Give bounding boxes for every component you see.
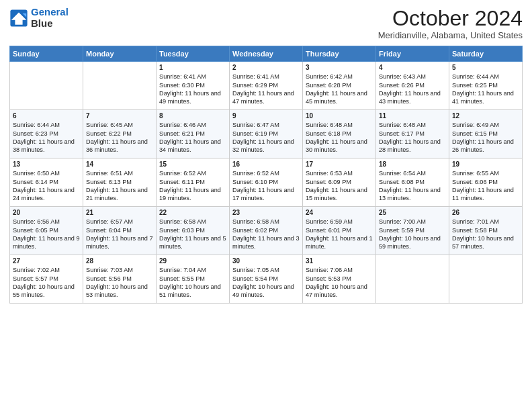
day-content: Sunrise: 6:48 AM Sunset: 6:18 PM Dayligh… bbox=[306, 121, 373, 154]
day-content: Sunrise: 6:56 AM Sunset: 6:05 PM Dayligh… bbox=[13, 218, 80, 251]
day-content: Sunrise: 6:45 AM Sunset: 6:22 PM Dayligh… bbox=[86, 121, 153, 154]
calendar-table: SundayMondayTuesdayWednesdayThursdayFrid… bbox=[9, 46, 523, 304]
calendar-cell: 15Sunrise: 6:52 AM Sunset: 6:11 PM Dayli… bbox=[157, 158, 230, 207]
header-day-tuesday: Tuesday bbox=[157, 46, 230, 62]
day-content: Sunrise: 7:02 AM Sunset: 5:57 PM Dayligh… bbox=[13, 266, 80, 300]
day-content: Sunrise: 7:06 AM Sunset: 5:53 PM Dayligh… bbox=[306, 266, 373, 300]
day-number: 2 bbox=[232, 64, 300, 71]
day-number: 10 bbox=[306, 112, 373, 120]
day-number: 8 bbox=[159, 112, 226, 120]
day-content: Sunrise: 7:03 AM Sunset: 5:56 PM Dayligh… bbox=[86, 266, 153, 300]
day-content: Sunrise: 7:05 AM Sunset: 5:54 PM Dayligh… bbox=[232, 266, 300, 300]
calendar-cell: 31Sunrise: 7:06 AM Sunset: 5:53 PM Dayli… bbox=[303, 255, 376, 304]
day-number: 21 bbox=[86, 209, 153, 216]
day-content: Sunrise: 6:41 AM Sunset: 6:29 PM Dayligh… bbox=[232, 73, 300, 106]
calendar-cell: 4Sunrise: 6:43 AM Sunset: 6:26 PM Daylig… bbox=[376, 62, 449, 110]
header-day-friday: Friday bbox=[376, 46, 449, 62]
day-number: 31 bbox=[306, 257, 373, 265]
calendar-cell bbox=[449, 255, 523, 304]
logo-text: General Blue bbox=[31, 7, 69, 29]
day-number: 24 bbox=[306, 209, 373, 216]
calendar-cell: 19Sunrise: 6:55 AM Sunset: 6:06 PM Dayli… bbox=[449, 158, 523, 207]
day-number: 20 bbox=[13, 209, 80, 216]
header-row: SundayMondayTuesdayWednesdayThursdayFrid… bbox=[10, 46, 523, 62]
calendar-cell bbox=[376, 255, 449, 304]
day-content: Sunrise: 6:51 AM Sunset: 6:13 PM Dayligh… bbox=[86, 169, 153, 203]
day-content: Sunrise: 6:58 AM Sunset: 6:03 PM Dayligh… bbox=[159, 218, 226, 251]
logo: General Blue bbox=[9, 7, 69, 29]
week-row-5: 27Sunrise: 7:02 AM Sunset: 5:57 PM Dayli… bbox=[10, 255, 523, 304]
day-number: 17 bbox=[306, 161, 373, 168]
calendar-cell: 12Sunrise: 6:49 AM Sunset: 6:15 PM Dayli… bbox=[449, 110, 523, 158]
day-number: 11 bbox=[379, 112, 446, 120]
day-number: 22 bbox=[159, 209, 226, 216]
day-number: 13 bbox=[13, 161, 80, 168]
calendar-cell: 27Sunrise: 7:02 AM Sunset: 5:57 PM Dayli… bbox=[10, 255, 83, 304]
header-day-saturday: Saturday bbox=[449, 46, 523, 62]
day-content: Sunrise: 6:52 AM Sunset: 6:11 PM Dayligh… bbox=[159, 169, 226, 203]
calendar-cell: 28Sunrise: 7:03 AM Sunset: 5:56 PM Dayli… bbox=[83, 255, 157, 304]
calendar-cell: 18Sunrise: 6:54 AM Sunset: 6:08 PM Dayli… bbox=[376, 158, 449, 207]
day-content: Sunrise: 6:46 AM Sunset: 6:21 PM Dayligh… bbox=[159, 121, 226, 154]
calendar-cell: 3Sunrise: 6:42 AM Sunset: 6:28 PM Daylig… bbox=[303, 62, 376, 110]
calendar-cell: 22Sunrise: 6:58 AM Sunset: 6:03 PM Dayli… bbox=[157, 207, 230, 255]
title-block: October 2024 Meridianville, Alabama, Uni… bbox=[378, 7, 523, 40]
day-number: 23 bbox=[232, 209, 300, 216]
calendar-cell: 25Sunrise: 7:00 AM Sunset: 5:59 PM Dayli… bbox=[376, 207, 449, 255]
calendar-cell: 16Sunrise: 6:52 AM Sunset: 6:10 PM Dayli… bbox=[230, 158, 303, 207]
calendar-cell: 14Sunrise: 6:51 AM Sunset: 6:13 PM Dayli… bbox=[83, 158, 157, 207]
calendar-cell: 21Sunrise: 6:57 AM Sunset: 6:04 PM Dayli… bbox=[83, 207, 157, 255]
header-day-sunday: Sunday bbox=[10, 46, 83, 62]
page: General Blue October 2024 Meridianville,… bbox=[0, 0, 532, 411]
day-content: Sunrise: 6:52 AM Sunset: 6:10 PM Dayligh… bbox=[232, 169, 300, 203]
week-row-2: 6Sunrise: 6:44 AM Sunset: 6:23 PM Daylig… bbox=[10, 110, 523, 158]
calendar-cell: 5Sunrise: 6:44 AM Sunset: 6:25 PM Daylig… bbox=[449, 62, 523, 110]
day-number: 14 bbox=[86, 161, 153, 168]
calendar-cell: 17Sunrise: 6:53 AM Sunset: 6:09 PM Dayli… bbox=[303, 158, 376, 207]
day-content: Sunrise: 7:04 AM Sunset: 5:55 PM Dayligh… bbox=[159, 266, 226, 300]
week-row-3: 13Sunrise: 6:50 AM Sunset: 6:14 PM Dayli… bbox=[10, 158, 523, 207]
day-number: 15 bbox=[159, 161, 226, 168]
calendar-cell: 30Sunrise: 7:05 AM Sunset: 5:54 PM Dayli… bbox=[230, 255, 303, 304]
calendar-header: SundayMondayTuesdayWednesdayThursdayFrid… bbox=[10, 46, 523, 62]
day-number: 30 bbox=[232, 257, 300, 265]
calendar-cell: 7Sunrise: 6:45 AM Sunset: 6:22 PM Daylig… bbox=[83, 110, 157, 158]
calendar-cell: 11Sunrise: 6:48 AM Sunset: 6:17 PM Dayli… bbox=[376, 110, 449, 158]
header-day-monday: Monday bbox=[83, 46, 157, 62]
main-title: October 2024 bbox=[378, 7, 523, 30]
calendar-cell: 20Sunrise: 6:56 AM Sunset: 6:05 PM Dayli… bbox=[10, 207, 83, 255]
day-number: 18 bbox=[379, 161, 446, 168]
calendar-cell: 9Sunrise: 6:47 AM Sunset: 6:19 PM Daylig… bbox=[230, 110, 303, 158]
header-day-wednesday: Wednesday bbox=[230, 46, 303, 62]
day-number: 19 bbox=[452, 161, 519, 168]
logo-icon bbox=[9, 9, 28, 28]
day-content: Sunrise: 6:47 AM Sunset: 6:19 PM Dayligh… bbox=[232, 121, 300, 154]
day-content: Sunrise: 6:44 AM Sunset: 6:23 PM Dayligh… bbox=[13, 121, 80, 154]
calendar-cell: 1Sunrise: 6:41 AM Sunset: 6:30 PM Daylig… bbox=[157, 62, 230, 110]
day-content: Sunrise: 6:57 AM Sunset: 6:04 PM Dayligh… bbox=[86, 218, 153, 251]
calendar-cell: 26Sunrise: 7:01 AM Sunset: 5:58 PM Dayli… bbox=[449, 207, 523, 255]
calendar-cell: 2Sunrise: 6:41 AM Sunset: 6:29 PM Daylig… bbox=[230, 62, 303, 110]
week-row-1: 1Sunrise: 6:41 AM Sunset: 6:30 PM Daylig… bbox=[10, 62, 523, 110]
day-content: Sunrise: 6:49 AM Sunset: 6:15 PM Dayligh… bbox=[452, 121, 519, 154]
day-content: Sunrise: 7:00 AM Sunset: 5:59 PM Dayligh… bbox=[379, 218, 446, 251]
day-number: 9 bbox=[232, 112, 300, 120]
week-row-4: 20Sunrise: 6:56 AM Sunset: 6:05 PM Dayli… bbox=[10, 207, 523, 255]
day-content: Sunrise: 6:53 AM Sunset: 6:09 PM Dayligh… bbox=[306, 169, 373, 203]
day-content: Sunrise: 6:43 AM Sunset: 6:26 PM Dayligh… bbox=[379, 73, 446, 106]
day-number: 16 bbox=[232, 161, 300, 168]
calendar-cell: 8Sunrise: 6:46 AM Sunset: 6:21 PM Daylig… bbox=[157, 110, 230, 158]
header-day-thursday: Thursday bbox=[303, 46, 376, 62]
day-content: Sunrise: 6:59 AM Sunset: 6:01 PM Dayligh… bbox=[306, 218, 373, 251]
day-number: 12 bbox=[452, 112, 519, 120]
day-content: Sunrise: 6:48 AM Sunset: 6:17 PM Dayligh… bbox=[379, 121, 446, 154]
calendar-cell: 24Sunrise: 6:59 AM Sunset: 6:01 PM Dayli… bbox=[303, 207, 376, 255]
day-number: 25 bbox=[379, 209, 446, 216]
day-content: Sunrise: 6:55 AM Sunset: 6:06 PM Dayligh… bbox=[452, 169, 519, 203]
day-content: Sunrise: 7:01 AM Sunset: 5:58 PM Dayligh… bbox=[452, 218, 519, 251]
day-number: 4 bbox=[379, 64, 446, 71]
day-number: 29 bbox=[159, 257, 226, 265]
day-number: 5 bbox=[452, 64, 519, 71]
calendar-cell: 13Sunrise: 6:50 AM Sunset: 6:14 PM Dayli… bbox=[10, 158, 83, 207]
calendar-cell: 29Sunrise: 7:04 AM Sunset: 5:55 PM Dayli… bbox=[157, 255, 230, 304]
